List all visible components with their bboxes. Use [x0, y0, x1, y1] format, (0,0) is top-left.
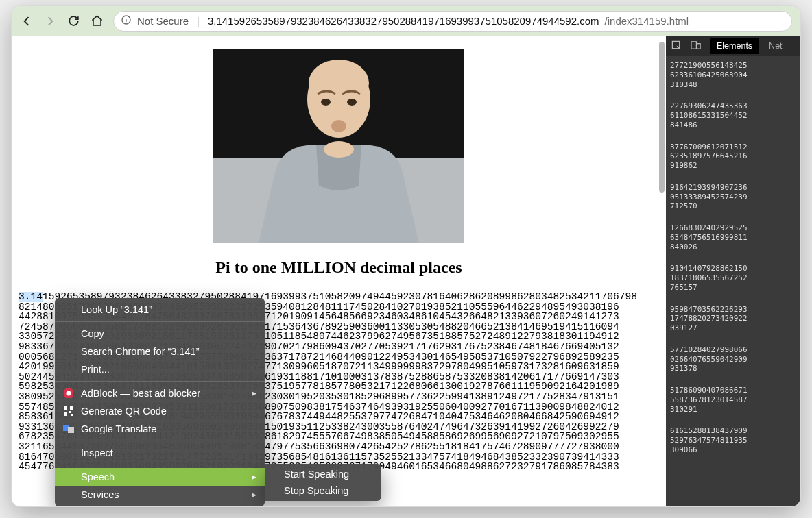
hero-image: [213, 49, 464, 243]
devtools-text-block: 95984703562226293 17478820273420922 0391…: [670, 305, 796, 333]
ctx-adblock[interactable]: AdBlock — best ad blocker: [55, 384, 265, 402]
devtools-text-block: 61615288138437909 52976347574811935 3090…: [670, 426, 796, 454]
devtools-text-block: 12668302402929525 63484756516999811 8400…: [670, 223, 796, 251]
svg-point-12: [66, 391, 71, 395]
devtools-text-block: 27721900556148425 62336106425063904 3103…: [670, 61, 796, 89]
svg-point-10: [324, 141, 354, 158]
ctx-separator: [55, 441, 265, 441]
addr-host: 3.14159265358979323846264338327950288419…: [208, 15, 599, 27]
adblock-icon: [63, 388, 74, 399]
devtools-text-block: 22769306247435363 61108615331504452 8414…: [670, 101, 796, 130]
forward-button[interactable]: [43, 14, 57, 28]
speech-submenu: Start Speaking Stop Speaking: [265, 464, 381, 501]
site-info-icon[interactable]: [121, 14, 132, 27]
svg-rect-17: [71, 414, 73, 416]
ctx-separator: [55, 465, 265, 465]
devtools-text-block: 57710284027998066 02664076559042909 9313…: [670, 345, 796, 373]
translate-icon: [63, 423, 74, 434]
speech-stop[interactable]: Stop Speaking: [265, 482, 381, 499]
ctx-copy[interactable]: Copy: [55, 325, 265, 343]
svg-rect-19: [68, 427, 74, 433]
ctx-separator: [55, 381, 265, 382]
devtools-tabs: Elements Net: [666, 36, 800, 56]
devtools-body[interactable]: 27721900556148425 62336106425063904 3103…: [666, 56, 800, 473]
back-button[interactable]: [20, 14, 34, 28]
svg-rect-13: [64, 406, 67, 410]
not-secure-label: Not Secure: [137, 15, 189, 27]
devtools-tab-elements[interactable]: Elements: [710, 38, 759, 54]
addr-path: /index314159.html: [605, 15, 689, 27]
context-menu: Look Up “3.141” Copy Search Chrome for “…: [55, 298, 265, 506]
svg-point-9: [331, 120, 346, 132]
svg-point-7: [321, 99, 331, 106]
reload-button[interactable]: [67, 14, 80, 28]
svg-point-6: [309, 60, 369, 106]
device-toggle-icon[interactable]: [691, 40, 702, 51]
home-button[interactable]: [90, 14, 104, 28]
ctx-lookup[interactable]: Look Up “3.141”: [55, 301, 265, 319]
inspect-element-icon[interactable]: [671, 40, 682, 51]
svg-rect-14: [70, 406, 73, 410]
speech-start[interactable]: Start Speaking: [265, 466, 381, 482]
ctx-print[interactable]: Print...: [55, 360, 265, 378]
addr-separator: |: [197, 15, 200, 27]
svg-rect-21: [691, 42, 697, 49]
devtools-text-block: 91642193994907236 05133389452574239 7125…: [670, 183, 796, 211]
nav-buttons: [20, 14, 104, 28]
ctx-speech[interactable]: Speech: [55, 468, 265, 486]
svg-rect-15: [64, 412, 67, 416]
devtools-text-block: 37767009612071512 62351897576645216 9198…: [670, 143, 796, 171]
ctx-inspect[interactable]: Inspect: [55, 444, 265, 462]
page-title: Pi to one MILLION decimal places: [12, 258, 666, 277]
browser-window: Not Secure | 3.1415926535897932384626433…: [11, 5, 801, 507]
svg-rect-16: [69, 411, 71, 413]
devtools-tab-network[interactable]: Net: [767, 38, 783, 54]
ctx-services[interactable]: Services: [55, 486, 265, 504]
qr-icon: [63, 406, 74, 417]
devtools-text-block: 91041407928862150 18371806535567252 7651…: [670, 264, 796, 292]
svg-point-8: [347, 99, 357, 106]
ctx-separator: [55, 321, 265, 322]
devtools-panel: Elements Net 27721900556148425 623361064…: [666, 36, 800, 506]
address-bar[interactable]: Not Secure | 3.1415926535897932384626433…: [113, 11, 792, 32]
ctx-qr[interactable]: Generate QR Code: [55, 402, 265, 420]
svg-rect-22: [697, 44, 700, 49]
scrollbar-thumb[interactable]: [659, 42, 665, 193]
ctx-search[interactable]: Search Chrome for “3.141”: [55, 343, 265, 360]
browser-toolbar: Not Secure | 3.1415926535897932384626433…: [12, 6, 800, 36]
ctx-translate[interactable]: Google Translate: [55, 420, 265, 438]
devtools-text-block: 51786090407086671 55873678123014587 3102…: [670, 386, 796, 414]
